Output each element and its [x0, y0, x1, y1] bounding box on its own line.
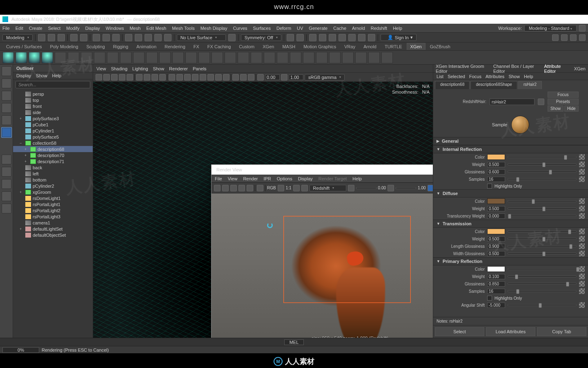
shelf-icon-3[interactable]: [42, 52, 53, 63]
vp-exposure-value[interactable]: 0.00: [265, 74, 280, 80]
slider[interactable]: [508, 164, 577, 165]
node-tab-rsHair2[interactable]: rsHair2: [518, 81, 542, 89]
show-button[interactable]: Show: [548, 105, 564, 112]
value-input[interactable]: [487, 213, 505, 219]
rv-render-seq-icon[interactable]: [238, 185, 245, 191]
vp-wireframe-icon[interactable]: [169, 74, 175, 81]
menu-arnold[interactable]: Arnold: [352, 26, 365, 31]
menu-modify[interactable]: Modify: [66, 26, 79, 31]
workspace-dropdown[interactable]: Modeling - Standard: [524, 25, 577, 31]
shelf-tab-vray[interactable]: VRay: [341, 43, 359, 50]
snap-plane-icon[interactable]: [154, 34, 162, 41]
value-input[interactable]: [487, 169, 505, 175]
menu-redshift[interactable]: Redshift: [371, 26, 387, 31]
shelf-icon-16[interactable]: [212, 52, 223, 63]
value-input[interactable]: [487, 162, 505, 167]
ui-element-icon-3[interactable]: [570, 34, 577, 41]
shelf-icon-1[interactable]: [16, 52, 27, 63]
outliner-item-top[interactable]: top: [13, 97, 93, 103]
vp-grease-icon[interactable]: [127, 74, 133, 81]
focus-button[interactable]: Focus: [548, 92, 579, 98]
menu-deform[interactable]: Deform: [276, 26, 291, 31]
light-editor-icon[interactable]: [358, 34, 365, 41]
shelf-icon-13[interactable]: [172, 52, 184, 63]
menu-help[interactable]: Help: [393, 26, 402, 31]
menu-curves[interactable]: Curves: [233, 26, 247, 31]
outliner-item-description71[interactable]: +description71: [13, 158, 93, 164]
vp-menu-lighting[interactable]: Lighting: [132, 66, 148, 71]
hide-button[interactable]: Hide: [564, 105, 579, 112]
panel-tab-xgen-interactive-groom-editor[interactable]: XGen Interactive Groom Editor: [436, 64, 489, 74]
outliner-menu-display[interactable]: Display: [16, 73, 31, 78]
attr-body[interactable]: ▶General▼Internal ReflectionColorWeightG…: [433, 137, 588, 317]
section-transmission[interactable]: ▼Transmission: [433, 220, 588, 228]
rv-remove-icon[interactable]: [301, 185, 308, 191]
node-name-field[interactable]: [490, 99, 535, 105]
snap-grid-icon[interactable]: [125, 34, 132, 41]
slider[interactable]: [508, 156, 577, 158]
vp-2d-pan-icon[interactable]: [119, 74, 125, 81]
outliner-menu-show[interactable]: Show: [36, 73, 47, 78]
slider[interactable]: [508, 245, 577, 247]
paint-select-icon[interactable]: [112, 34, 120, 41]
shelf-icon-27[interactable]: [355, 52, 367, 63]
vp-motion-blur-icon[interactable]: [215, 74, 222, 81]
slider[interactable]: [508, 208, 577, 209]
layout-four-icon[interactable]: [2, 167, 11, 177]
vp-menu-panels[interactable]: Panels: [193, 66, 207, 71]
vp-shadows-icon[interactable]: [200, 74, 206, 81]
slider[interactable]: [508, 290, 577, 292]
vp-lights-icon[interactable]: [192, 74, 198, 81]
render-settings-icon[interactable]: [329, 34, 336, 41]
lasso-icon[interactable]: [102, 34, 110, 41]
map-button[interactable]: [579, 302, 585, 308]
menu-mesh-tools[interactable]: Mesh Tools: [172, 26, 194, 31]
move-tool-icon[interactable]: [2, 91, 11, 101]
vp-select-cam-icon[interactable]: [96, 74, 102, 81]
color-swatch[interactable]: [487, 154, 505, 160]
signin-button[interactable]: 👤 Sign In ▾: [381, 34, 416, 41]
render-view-window[interactable]: Render View — □ ✕ FileViewRenderIPROptio…: [211, 164, 433, 338]
outliner-item-description70[interactable]: +description70: [13, 152, 93, 158]
shelf-tab-curves-surfaces[interactable]: Curves / Surfaces: [2, 43, 45, 50]
outliner-item-polySurface5[interactable]: polySurface5: [13, 134, 93, 140]
vp-menu-renderer[interactable]: Renderer: [169, 66, 188, 71]
outliner-item-pCylinder1[interactable]: pCylinder1: [13, 128, 93, 134]
color-swatch[interactable]: [487, 266, 505, 272]
slider[interactable]: [508, 215, 577, 217]
shelf-tab-fx-caching[interactable]: FX Caching: [204, 43, 234, 50]
snap-curve-icon[interactable]: [135, 34, 142, 41]
outliner-item-pCube1[interactable]: pCube1: [13, 121, 93, 128]
rv-refresh-icon[interactable]: [348, 185, 354, 191]
rv-alpha-icon[interactable]: [278, 185, 284, 191]
lasso-tool-icon[interactable]: [2, 79, 11, 88]
outliner-item-left[interactable]: left: [13, 171, 93, 177]
outliner-item-collection58[interactable]: −collection58: [13, 140, 93, 146]
node-tab-description68Shape[interactable]: description68Shape: [470, 81, 517, 89]
rv-gamma-slider[interactable]: [396, 187, 416, 189]
mode-dropdown[interactable]: Modeling: [2, 34, 33, 41]
undo-icon[interactable]: [70, 34, 78, 41]
redo-icon[interactable]: [80, 34, 87, 41]
rv-color-mgmt-icon[interactable]: [428, 185, 433, 191]
shelf-icon-21[interactable]: [277, 52, 288, 63]
shelf-icon-20[interactable]: [264, 52, 275, 63]
menu-edit[interactable]: Edit: [16, 26, 23, 31]
value-input[interactable]: [487, 274, 505, 279]
shelf-icon-24[interactable]: [316, 52, 327, 63]
shelf-tab-turtle[interactable]: TURTLE: [381, 43, 406, 50]
map-button[interactable]: [579, 243, 585, 249]
rv-menu-help[interactable]: Help: [352, 176, 362, 181]
layout-custom-icon[interactable]: [2, 191, 11, 201]
shelf-tab-animation[interactable]: Animation: [133, 43, 160, 50]
render-setup-icon[interactable]: [348, 34, 356, 41]
shelf-tab-rendering[interactable]: Rendering: [161, 43, 189, 50]
outliner-item-rsPortalLight3[interactable]: rsPortalLight3: [13, 213, 93, 220]
rv-snapshot-icon[interactable]: [230, 185, 237, 191]
section-primary-reflection[interactable]: ▼Primary Reflection: [433, 257, 588, 265]
rv-settings-icon[interactable]: [257, 185, 263, 191]
vp-grid-icon[interactable]: [136, 74, 143, 81]
shelf-icon-12[interactable]: [159, 52, 171, 63]
rv-menu-display[interactable]: Display: [298, 176, 313, 181]
outliner-item-xgGroom[interactable]: +xgGroom: [13, 189, 93, 195]
